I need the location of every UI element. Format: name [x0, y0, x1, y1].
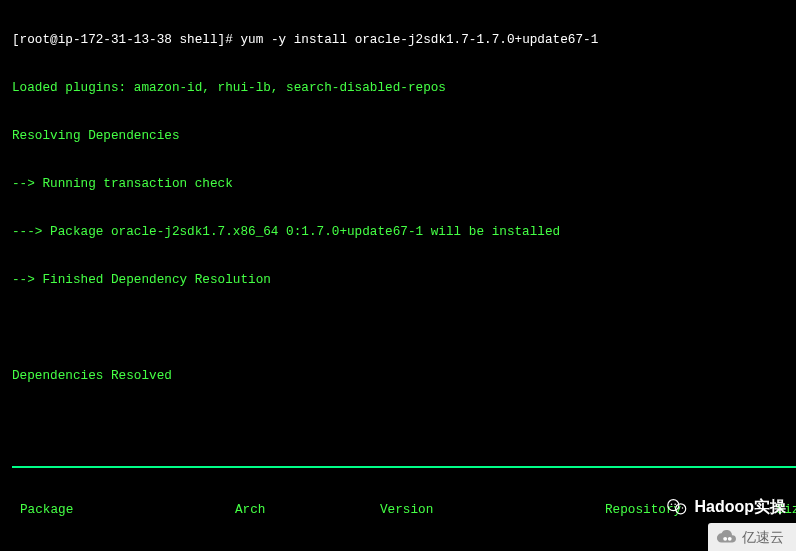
wechat-watermark: Hadoop实操 [666, 496, 786, 518]
col-version: Version [380, 502, 605, 518]
yisuyun-watermark: 亿速云 [708, 523, 796, 551]
shell-prompt: [root@ip-172-31-13-38 shell]# [12, 32, 240, 47]
output-line: Loaded plugins: amazon-id, rhui-lb, sear… [12, 80, 796, 96]
prompt-line: [root@ip-172-31-13-38 shell]# yum -y ins… [12, 32, 796, 48]
col-package: Package [20, 502, 235, 518]
svg-point-4 [679, 507, 680, 508]
svg-point-2 [671, 503, 673, 505]
wechat-text: Hadoop实操 [694, 499, 786, 515]
deps-resolved: Dependencies Resolved [12, 368, 796, 384]
wechat-icon [666, 496, 688, 518]
blank-line [0, 320, 796, 336]
output-line: --> Finished Dependency Resolution [12, 272, 796, 288]
output-line: Resolving Dependencies [12, 128, 796, 144]
col-arch: Arch [235, 502, 380, 518]
svg-point-3 [675, 503, 677, 505]
yisuyun-text: 亿速云 [742, 529, 784, 545]
divider [12, 466, 796, 468]
svg-point-7 [728, 537, 732, 541]
output-line: ---> Package oracle-j2sdk1.7.x86_64 0:1.… [12, 224, 796, 240]
terminal: [root@ip-172-31-13-38 shell]# yum -y ins… [0, 0, 796, 551]
command-text: yum -y install oracle-j2sdk1.7-1.7.0+upd… [240, 32, 598, 47]
blank-line [0, 416, 796, 432]
output-line: --> Running transaction check [12, 176, 796, 192]
cloud-icon [716, 526, 738, 548]
svg-point-5 [682, 507, 683, 508]
svg-point-6 [723, 537, 727, 541]
